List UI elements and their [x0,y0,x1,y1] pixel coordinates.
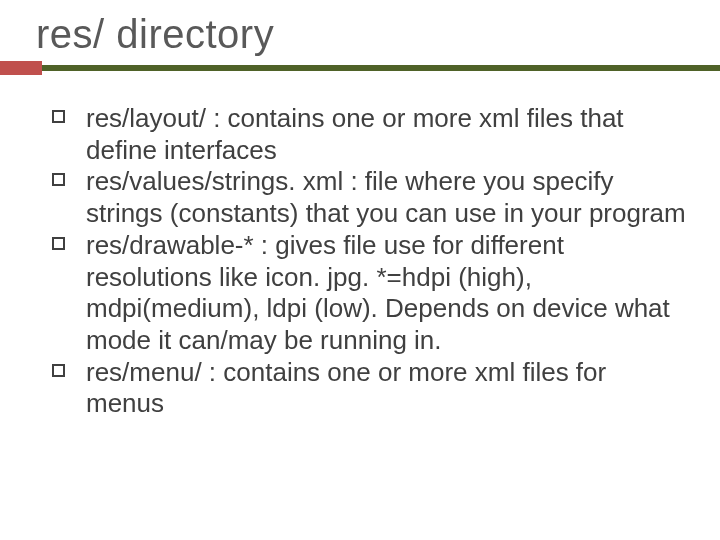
list-item: res/values/strings. xml : file where you… [52,166,690,229]
divider-bar [0,65,720,71]
page-title: res/ directory [36,12,690,57]
slide: res/ directory res/layout/ : contains on… [0,0,720,540]
list-item-text: res/layout/ : contains one or more xml f… [86,103,624,165]
title-divider [30,65,690,75]
list-item-text: res/drawable-* : gives file use for diff… [86,230,670,355]
list-item: res/layout/ : contains one or more xml f… [52,103,690,166]
list-item: res/drawable-* : gives file use for diff… [52,230,690,357]
divider-accent [0,61,42,75]
list-item-text: res/values/strings. xml : file where you… [86,166,686,228]
bullet-list: res/layout/ : contains one or more xml f… [52,103,690,420]
list-item-text: res/menu/ : contains one or more xml fil… [86,357,606,419]
list-item: res/menu/ : contains one or more xml fil… [52,357,690,420]
